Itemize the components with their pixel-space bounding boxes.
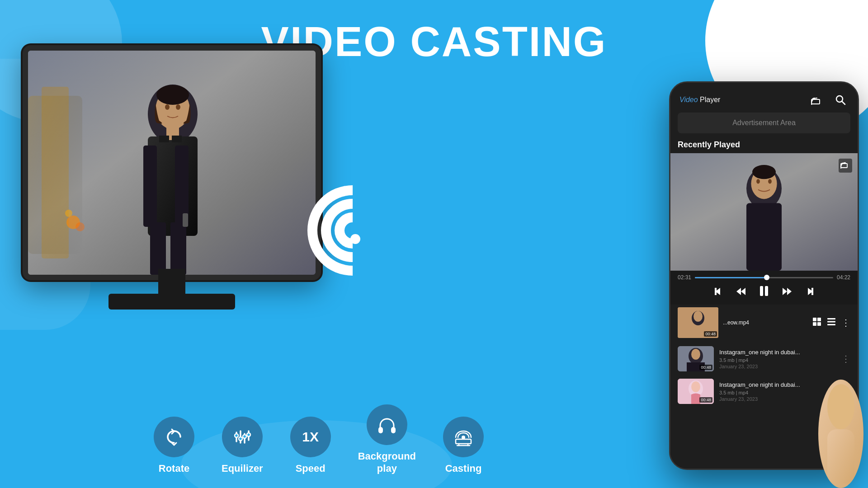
- list-view-button[interactable]: [827, 317, 836, 328]
- list-duration-1: 00:48: [699, 365, 712, 370]
- list-more-1[interactable]: ⋮: [841, 353, 850, 364]
- svg-rect-29: [391, 427, 396, 433]
- svg-rect-52: [765, 286, 768, 296]
- svg-rect-14: [159, 136, 169, 142]
- player-controls: 02:31 04:22: [670, 271, 858, 305]
- video-player[interactable]: [670, 153, 858, 271]
- skip-forward-icon: [803, 286, 814, 297]
- pause-button[interactable]: [757, 284, 771, 301]
- skip-forward-button[interactable]: [803, 286, 814, 300]
- svg-marker-49: [736, 288, 741, 295]
- first-item-filename: ...eow.mp4: [723, 319, 812, 326]
- speed-icon-circle: 1X: [290, 417, 331, 457]
- list-item[interactable]: 00:48 Instagram_one night in dubai... 3.…: [670, 343, 858, 375]
- list-thumb-2: 00:48: [678, 379, 714, 404]
- search-button[interactable]: [832, 92, 849, 108]
- svg-marker-53: [783, 288, 787, 295]
- svg-rect-15: [172, 136, 182, 142]
- svg-rect-28: [378, 427, 383, 433]
- rotate-label: Rotate: [159, 463, 189, 474]
- background-icon-circle: [367, 404, 407, 445]
- cast-header-icon: [811, 95, 823, 105]
- feature-equalizer[interactable]: Equilizer: [222, 417, 263, 474]
- list-icon: [827, 317, 836, 326]
- svg-point-26: [243, 435, 246, 438]
- cast-overlay-icon: [840, 160, 850, 169]
- thumb-duration-1: 00:48: [704, 331, 717, 337]
- speed-icon: 1X: [302, 429, 319, 445]
- feature-casting[interactable]: Casting: [443, 417, 484, 474]
- svg-line-38: [842, 101, 845, 104]
- cast-button[interactable]: [809, 92, 825, 108]
- playback-controls: [678, 284, 850, 301]
- list-thumb-1: 00:48: [678, 346, 714, 371]
- svg-point-24: [235, 434, 238, 437]
- advertisement-area: Advertisement Area: [678, 113, 850, 133]
- equalizer-label: Equilizer: [222, 463, 263, 474]
- rewind-button[interactable]: [736, 286, 746, 300]
- svg-marker-55: [808, 288, 813, 295]
- svg-point-34: [462, 436, 465, 439]
- hand-holding-phone: [814, 375, 868, 488]
- first-item-info: ...eow.mp4: [723, 319, 812, 326]
- svg-marker-48: [715, 288, 720, 295]
- list-date-1: January 23, 2023: [719, 364, 836, 369]
- progress-track[interactable]: [695, 277, 833, 278]
- svg-rect-61: [813, 322, 816, 326]
- video-cast-overlay-icon[interactable]: [839, 159, 852, 173]
- casting-icon: [453, 427, 474, 447]
- thumb-strip-header: 00:48 ...eow.mp4: [670, 305, 858, 339]
- svg-point-12: [156, 85, 189, 105]
- feature-rotate[interactable]: Rotate: [154, 417, 194, 474]
- headphone-icon: [377, 414, 397, 435]
- equalizer-icon-circle: [222, 417, 263, 457]
- feature-background-play[interactable]: Background play: [358, 404, 416, 474]
- current-time: 02:31: [678, 274, 691, 281]
- svg-rect-7: [150, 222, 166, 275]
- progress-thumb: [764, 275, 769, 280]
- grid-view-button[interactable]: [812, 317, 821, 328]
- svg-rect-16: [183, 213, 188, 227]
- svg-rect-62: [817, 322, 821, 326]
- rotate-icon: [164, 427, 184, 447]
- svg-point-74: [827, 384, 854, 429]
- header-icons: [809, 92, 849, 108]
- svg-marker-54: [787, 288, 792, 295]
- app-title: Video Player: [679, 96, 720, 104]
- video-thumbnail: [670, 153, 858, 271]
- tv-screen-content: [28, 51, 316, 275]
- tv-display: [9, 45, 335, 325]
- svg-point-19: [75, 222, 85, 231]
- svg-point-18: [65, 210, 72, 217]
- svg-point-10: [165, 104, 170, 110]
- more-options-button[interactable]: ⋮: [841, 317, 850, 328]
- rotate-icon-circle: [154, 417, 194, 457]
- svg-point-11: [176, 104, 180, 110]
- svg-rect-63: [827, 318, 835, 319]
- svg-point-58: [693, 311, 703, 322]
- svg-rect-75: [827, 429, 854, 483]
- svg-rect-2: [42, 87, 69, 258]
- skip-back-button[interactable]: [714, 286, 725, 300]
- total-time: 04:22: [837, 274, 850, 281]
- list-duration-2: 00:48: [699, 397, 712, 403]
- svg-point-43: [756, 179, 760, 183]
- video-thumbnail-1[interactable]: 00:48: [678, 307, 718, 338]
- casting-icon-circle: [443, 417, 484, 457]
- feature-speed[interactable]: 1X Speed: [290, 417, 331, 474]
- svg-rect-59: [813, 318, 816, 321]
- rewind-icon: [736, 286, 746, 297]
- tv-screen: [28, 51, 316, 275]
- svg-rect-41: [746, 203, 782, 271]
- app-title-player: Player: [698, 96, 721, 103]
- tv-stand-base: [108, 294, 235, 310]
- svg-rect-65: [827, 324, 835, 325]
- cast-signal-icon: [307, 113, 434, 267]
- list-item-info-1: Instagram_one night in dubai... 3.5 mb |…: [719, 349, 836, 369]
- fast-forward-button[interactable]: [782, 286, 793, 300]
- svg-point-45: [752, 165, 776, 179]
- list-meta-1: 3.5 mb | mp4: [719, 357, 836, 363]
- svg-point-36: [811, 103, 812, 105]
- hand-svg: [814, 375, 868, 488]
- svg-rect-60: [817, 318, 821, 321]
